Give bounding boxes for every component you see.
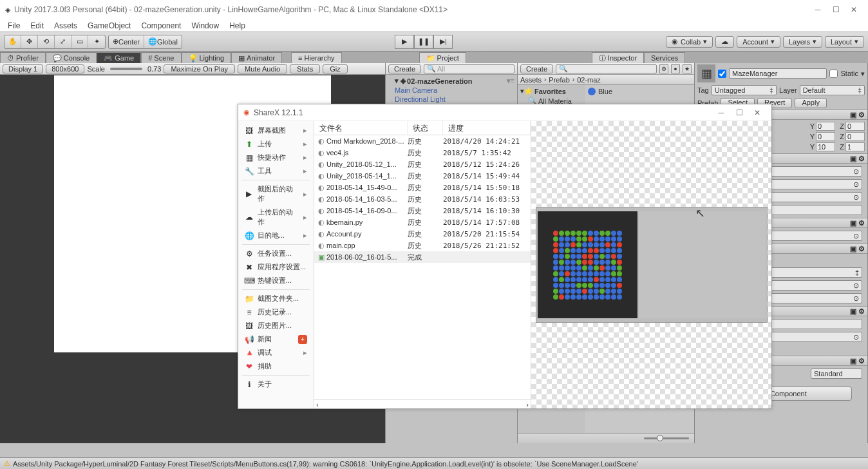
collab-dropdown[interactable]: ◉ Collab ▾ bbox=[666, 36, 713, 48]
col-status[interactable]: 状态 bbox=[408, 121, 443, 135]
shader-dropdown[interactable]: Standard bbox=[811, 368, 862, 379]
tab-project[interactable]: 📁 Project bbox=[419, 52, 466, 63]
move-tool-icon[interactable]: ✥ bbox=[21, 35, 38, 48]
sidebar-item[interactable]: ≡历史记录... bbox=[238, 305, 314, 319]
file-row[interactable]: ◐2018-05-14_15-49-0...历史2018/5/14 15:50:… bbox=[314, 182, 531, 193]
tab-inspector[interactable]: ⓘ Inspector bbox=[592, 52, 644, 63]
multi-tool-icon[interactable]: ✦ bbox=[88, 35, 105, 48]
search-filter-icon[interactable]: ⚙ bbox=[659, 64, 668, 73]
tab-lighting[interactable]: 💡 Lighting bbox=[182, 52, 232, 63]
sharex-close-icon[interactable]: ✕ bbox=[753, 109, 761, 117]
account-dropdown[interactable]: Account ▾ bbox=[737, 36, 780, 48]
sidebar-item[interactable]: 🔺调试▸ bbox=[238, 346, 314, 359]
sidebar-item[interactable]: ▦快捷动作▸ bbox=[238, 151, 314, 164]
hierarchy-item-camera[interactable]: Main Camera bbox=[386, 86, 517, 95]
project-create-button[interactable]: Create bbox=[520, 64, 553, 73]
gameobject-name-field[interactable]: MazeManager bbox=[729, 68, 827, 79]
project-size-slider[interactable] bbox=[644, 437, 689, 439]
gizmos-button[interactable]: Giz bbox=[323, 64, 348, 73]
menu-gameobject[interactable]: GameObject bbox=[88, 21, 131, 30]
tab-profiler[interactable]: ⏱ Profiler bbox=[0, 52, 46, 63]
tab-hierarchy[interactable]: ≡ Hierarchy bbox=[291, 52, 342, 63]
hierarchy-create-button[interactable]: Create bbox=[388, 64, 421, 73]
list-scrollbar[interactable]: ‹› bbox=[314, 399, 531, 408]
bc-folder[interactable]: 02-maz bbox=[577, 76, 601, 84]
file-row[interactable]: ◐Unity_2018-05-14_1...历史2018/5/14 15:49:… bbox=[314, 170, 531, 182]
tab-console[interactable]: 💬 Console bbox=[46, 52, 97, 63]
hierarchy-search[interactable]: 🔍All bbox=[424, 64, 514, 73]
menu-assets[interactable]: Assets bbox=[54, 21, 77, 30]
project-search[interactable]: 🔍 bbox=[556, 64, 657, 73]
sidebar-item[interactable]: 📁截图文件夹... bbox=[238, 292, 314, 305]
static-checkbox[interactable] bbox=[829, 70, 838, 78]
hierarchy-scene-root[interactable]: ▾ ◈ 02-mazeGeneration ▾≡ bbox=[386, 76, 517, 86]
minimize-icon[interactable]: ─ bbox=[814, 6, 822, 14]
file-row[interactable]: ◐kbemain.py历史2018/5/14 17:57:08 bbox=[314, 216, 531, 228]
tag-dropdown[interactable]: Untagged ‡ bbox=[712, 85, 777, 95]
pos-z-field[interactable] bbox=[845, 122, 865, 131]
unity-statusbar[interactable]: ⚠ Assets/Unity Package/HyperLuminal/2D F… bbox=[0, 457, 868, 469]
file-row[interactable]: ◐main.cpp历史2018/5/26 21:21:52 bbox=[314, 240, 531, 251]
file-row[interactable]: ◐vec4.js历史2018/5/7 1:35:42 bbox=[314, 147, 531, 158]
pause-button[interactable]: ❚❚ bbox=[414, 35, 433, 49]
sidebar-item[interactable]: ▶截图后的动作▸ bbox=[238, 182, 314, 206]
preview-thumbnail[interactable] bbox=[536, 207, 768, 323]
stats-button[interactable]: Stats bbox=[290, 64, 320, 73]
pos-y-field[interactable] bbox=[816, 122, 835, 131]
rot-y-field[interactable] bbox=[816, 132, 835, 141]
file-row[interactable]: ◐Unity_2018-05-12_1...历史2018/5/12 15:24:… bbox=[314, 158, 531, 170]
col-progress[interactable]: 进度 bbox=[443, 121, 531, 135]
hand-tool-icon[interactable]: ✋ bbox=[5, 35, 21, 48]
menu-edit[interactable]: Edit bbox=[30, 21, 44, 30]
maximize-icon[interactable]: ☐ bbox=[832, 6, 840, 14]
favorites-folder[interactable]: ▾⭐Favorites bbox=[519, 86, 584, 96]
sidebar-item[interactable]: 🌐目的地...▸ bbox=[238, 229, 314, 242]
sidebar-item[interactable]: ✖应用程序设置... bbox=[238, 260, 314, 274]
layout-dropdown[interactable]: Layout ▾ bbox=[825, 36, 864, 48]
menu-window[interactable]: Window bbox=[191, 21, 219, 30]
sidebar-item[interactable]: ⚙任务设置... bbox=[238, 247, 314, 260]
rotate-tool-icon[interactable]: ⟲ bbox=[38, 35, 55, 48]
rect-tool-icon[interactable]: ▭ bbox=[71, 35, 88, 48]
sidebar-item[interactable]: 📢新闻+ bbox=[238, 332, 314, 346]
sidebar-item[interactable]: ☁上传后的动作▸ bbox=[238, 206, 314, 229]
mute-audio-button[interactable]: Mute Audio bbox=[238, 64, 287, 73]
bc-prefab[interactable]: Prefab bbox=[549, 76, 569, 84]
sidebar-item[interactable]: 🖼屏幕截图▸ bbox=[238, 124, 314, 137]
layers-dropdown[interactable]: Layers ▾ bbox=[783, 36, 822, 48]
close-icon[interactable]: ✕ bbox=[850, 6, 858, 14]
scale-y-field[interactable] bbox=[816, 142, 835, 151]
sidebar-item[interactable]: ❤捐助 bbox=[238, 359, 314, 373]
prefab-apply-button[interactable]: Apply bbox=[795, 98, 827, 108]
file-row[interactable]: ▣2018-06-02_16-01-5...完成 bbox=[314, 251, 531, 263]
cloud-button[interactable]: ☁ bbox=[715, 36, 734, 48]
tab-scene[interactable]: # Scene bbox=[141, 52, 181, 63]
sharex-minimize-icon[interactable]: ─ bbox=[717, 109, 725, 117]
sidebar-item[interactable]: ⌨热键设置... bbox=[238, 274, 314, 287]
layer-dropdown[interactable]: Default ‡ bbox=[800, 85, 865, 95]
sidebar-item[interactable]: ⬆上传▸ bbox=[238, 137, 314, 151]
sidebar-item[interactable]: ℹ关于 bbox=[238, 378, 314, 391]
maximize-on-play-button[interactable]: Maximize On Play bbox=[164, 64, 235, 73]
scale-slider[interactable] bbox=[110, 68, 142, 70]
menu-file[interactable]: File bbox=[8, 21, 20, 30]
bc-assets[interactable]: Assets bbox=[520, 76, 542, 84]
file-row[interactable]: ◐2018-05-14_16-03-5...历史2018/5/14 16:03:… bbox=[314, 193, 531, 205]
gameobject-enable-checkbox[interactable] bbox=[718, 70, 726, 78]
search-type-icon[interactable]: ● bbox=[671, 64, 680, 73]
file-row[interactable]: ◐Cmd Markdown_2018-...历史2018/4/20 14:24:… bbox=[314, 135, 531, 147]
center-button[interactable]: ⊕ Center bbox=[109, 35, 144, 48]
rot-z-field[interactable] bbox=[845, 132, 865, 141]
resolution-dropdown[interactable]: 800x600 bbox=[46, 64, 84, 73]
global-button[interactable]: 🌐 Global bbox=[144, 35, 182, 48]
tab-services[interactable]: Services bbox=[644, 52, 685, 63]
sidebar-item[interactable]: 🖼历史图片... bbox=[238, 319, 314, 332]
file-row[interactable]: ◐Account.py历史2018/5/20 21:15:54 bbox=[314, 228, 531, 240]
file-row[interactable]: ◐2018-05-14_16-09-0...历史2018/5/14 16:10:… bbox=[314, 205, 531, 216]
search-label-icon[interactable]: ★ bbox=[683, 64, 692, 73]
scale-z-field[interactable] bbox=[845, 142, 865, 151]
sidebar-item[interactable]: 🔧工具▸ bbox=[238, 164, 314, 178]
tab-animator[interactable]: ▦ Animator bbox=[231, 52, 282, 63]
play-button[interactable]: ▶ bbox=[395, 35, 414, 49]
hierarchy-item-light[interactable]: Directional Light bbox=[386, 95, 517, 104]
